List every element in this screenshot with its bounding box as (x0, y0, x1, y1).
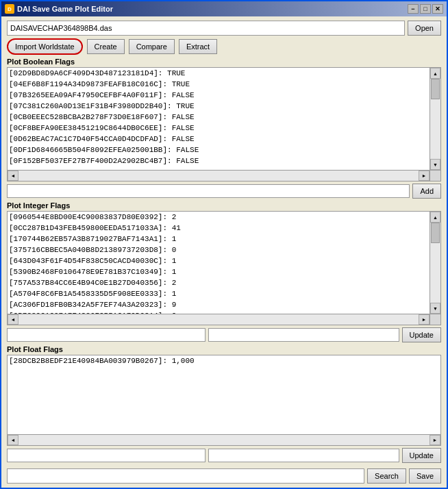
list-item[interactable]: [170744B62EB57A3B8719027BAF7143A1]: 1 (8, 234, 430, 244)
import-worldstate-button[interactable]: Import Worldstate (7, 38, 83, 55)
int-scroll-right[interactable]: ► (419, 314, 430, 325)
search-input[interactable] (7, 468, 364, 484)
float-section: Plot Float Flags [28DCB2B8EDF21E40984BA0… (7, 345, 441, 463)
bool-section: Plot Boolean Flags [02D9BD8D9A6CF409D43D… (7, 58, 441, 199)
bool-section-label: Plot Boolean Flags (7, 58, 441, 66)
create-button[interactable]: Create (87, 39, 125, 54)
app-icon: D (5, 4, 14, 14)
int-value-input[interactable] (208, 328, 399, 342)
main-window: D DAI Save Game Plot Editor − □ ✕ Open I… (0, 0, 448, 489)
bool-scroll-thumb[interactable] (431, 79, 440, 99)
bool-scroll-track (430, 79, 440, 159)
int-scroll-left[interactable]: ◄ (8, 314, 18, 325)
bool-vscrollbar[interactable]: ▲ ▼ (430, 68, 440, 170)
float-value-input[interactable] (208, 449, 399, 462)
int-input-row: Update (7, 327, 441, 342)
bool-scroll-corner (430, 170, 440, 181)
open-button[interactable]: Open (408, 21, 441, 36)
float-scroll-left[interactable]: ◄ (8, 435, 18, 445)
list-item[interactable]: [757A537B84CC6E4B94C0E1B27D040356]: 2 (8, 277, 430, 288)
float-scroll-right[interactable]: ► (430, 435, 440, 445)
list-item[interactable]: [AC306FD18FB0B342A5F7EF74A3A20323]: 9 (8, 299, 430, 310)
window-title: DAI Save Game Plot Editor (17, 5, 113, 13)
save-button[interactable]: Save (409, 468, 441, 484)
int-hscrollbar[interactable]: ◄ ► (8, 314, 430, 325)
float-list-scroll[interactable]: [28DCB2B8EDF21E40984BA003979B0267]: 1,00… (8, 355, 440, 445)
list-item[interactable]: [0DF1D6846665B504F8092EFEA025001BB]: FAL… (8, 145, 430, 155)
int-scroll-up[interactable]: ▲ (430, 212, 440, 223)
list-item[interactable]: [0D62BEAC7AC1C7D40F54CCA0D4DCDFAD]: FALS… (8, 134, 430, 145)
int-list-container: [0960544E8BD00E4C90083837D80E0392]: 2[0C… (7, 211, 441, 325)
list-item[interactable]: [A5704F8C6FB1A5458335D5F908EE0333]: 1 (8, 288, 430, 299)
extract-button[interactable]: Extract (179, 39, 217, 54)
int-scroll-down[interactable]: ▼ (430, 303, 440, 314)
title-buttons: − □ ✕ (408, 4, 443, 14)
int-scroll-thumb[interactable] (431, 223, 440, 243)
float-key-input[interactable] (7, 449, 206, 462)
list-item[interactable]: [5390B2468F0106478E9E781B37C10349]: 1 (8, 266, 430, 277)
search-button[interactable]: Search (367, 468, 406, 484)
maximize-button[interactable]: □ (420, 4, 431, 14)
int-scroll-corner (430, 314, 440, 325)
list-item[interactable]: [28DCB2B8EDF21E40984BA003979B0267]: 1,00… (8, 355, 430, 366)
main-content: Open Import Worldstate Create Compare Ex… (1, 16, 447, 488)
float-hscroll-track (18, 435, 430, 445)
sections-container: Plot Boolean Flags [02D9BD8D9A6CF409D43D… (7, 58, 441, 463)
bool-input-row: Add (7, 184, 441, 199)
list-item[interactable]: [643D043F61F4D54F838C50CACD40030C]: 1 (8, 255, 430, 266)
title-bar: D DAI Save Game Plot Editor − □ ✕ (1, 1, 447, 16)
int-section: Plot Integer Flags [0960544E8BD00E4C9008… (7, 201, 441, 342)
bool-list-container: [02D9BD8D9A6CF409D43D487123181D4]: TRUE[… (7, 67, 441, 181)
title-bar-left: D DAI Save Game Plot Editor (5, 4, 113, 14)
int-vscrollbar[interactable]: ▲ ▼ (430, 212, 440, 314)
list-item[interactable]: [0F152BF5037EF27B7F400D2A2902BC4B7]: FAL… (8, 155, 430, 166)
bool-scroll-right[interactable]: ► (419, 171, 430, 181)
list-item[interactable]: [07B3265EEA09AF47950CEFBF4A0F011F]: FALS… (8, 90, 430, 101)
bool-hscrollbar[interactable]: ◄ ► (8, 170, 430, 181)
minimize-button[interactable]: − (408, 4, 419, 14)
float-section-label: Plot Float Flags (7, 345, 441, 353)
bool-value-input[interactable] (7, 184, 410, 198)
list-item[interactable]: [07C381C260A0D13E1F31B4F3980DD2B40]: TRU… (8, 101, 430, 112)
bool-add-button[interactable]: Add (412, 184, 441, 199)
close-button[interactable]: ✕ (432, 4, 443, 14)
bool-scroll-up[interactable]: ▲ (430, 68, 440, 79)
list-item[interactable]: [0CC287B1D43FEB459800EEDA5171033A]: 41 (8, 223, 430, 234)
top-row: Open (7, 21, 441, 36)
list-item[interactable]: [375716CBBEC5A040B8D21389737203D8]: 0 (8, 244, 430, 255)
bottom-bar: Search Save (7, 468, 441, 484)
int-scroll-track (430, 223, 440, 303)
int-update-button[interactable]: Update (402, 327, 441, 342)
float-input-row: Update (7, 448, 441, 463)
int-key-input[interactable] (7, 328, 206, 342)
filename-input[interactable] (7, 21, 405, 36)
int-section-label: Plot Integer Flags (7, 201, 441, 210)
bool-scroll-left[interactable]: ◄ (8, 171, 18, 181)
bool-scroll-down[interactable]: ▼ (430, 159, 440, 170)
list-item[interactable]: [0CB0EEEC528BCBA2B278F73D0E18F607]: FALS… (8, 112, 430, 123)
list-item[interactable]: [02D9BD8D9A6CF409D43D487123181D4]: TRUE (8, 68, 430, 79)
float-hscrollbar[interactable]: ◄ ► (8, 434, 440, 445)
float-update-button[interactable]: Update (402, 448, 441, 463)
action-row: Import Worldstate Create Compare Extract (7, 38, 441, 55)
compare-button[interactable]: Compare (129, 39, 175, 54)
bool-list-scroll[interactable]: [02D9BD8D9A6CF409D43D487123181D4]: TRUE[… (8, 68, 440, 181)
bool-hscroll-track (18, 171, 419, 181)
list-item[interactable]: [04EF6B8F1194A34D9873FEAFB18C016C]: TRUE (8, 79, 430, 90)
list-item[interactable]: [0CF8BEFA90EE38451219C8644DB0C6EE]: FALS… (8, 123, 430, 134)
int-hscroll-track (18, 314, 419, 325)
int-list-scroll[interactable]: [0960544E8BD00E4C90083837D80E0392]: 2[0C… (8, 212, 440, 325)
float-list-container: [28DCB2B8EDF21E40984BA003979B0267]: 1,00… (7, 355, 441, 446)
list-item[interactable]: [0960544E8BD00E4C90083837D80E0392]: 2 (8, 212, 430, 223)
